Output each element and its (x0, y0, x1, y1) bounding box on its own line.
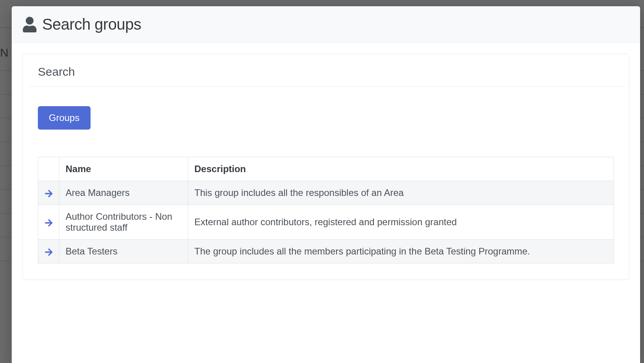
row-select-cell[interactable] (38, 240, 59, 263)
table-row: Author Contributors - Non structured sta… (38, 205, 614, 240)
modal-title: Search groups (42, 16, 141, 33)
tab-groups[interactable]: Groups (38, 106, 91, 130)
user-icon (23, 17, 37, 32)
groups-table-wrap: Name Description Area Managers (23, 130, 629, 263)
arrow-right-icon (44, 219, 53, 227)
search-groups-modal: Search groups Search Groups (12, 6, 640, 363)
row-name: Area Managers (59, 181, 188, 205)
table-header-name: Name (59, 157, 188, 181)
background-partial-text: N (0, 46, 8, 59)
row-name: Beta Testers (59, 240, 188, 263)
search-card: Search Groups Name Descri (23, 54, 629, 279)
row-description: This group includes all the responsibles… (188, 181, 614, 205)
table-header-description: Description (188, 157, 614, 181)
modal-header: Search groups (12, 6, 640, 43)
table-row: Beta Testers The group includes all the … (38, 240, 614, 263)
table-header-action (38, 157, 59, 181)
modal-body[interactable]: Search Groups Name Descri (12, 43, 640, 363)
row-select-cell[interactable] (38, 181, 59, 205)
row-select-cell[interactable] (38, 205, 59, 240)
arrow-right-icon (44, 248, 53, 256)
row-description: External author contributors, registered… (188, 205, 614, 240)
table-header-row: Name Description (38, 157, 614, 181)
table-row: Area Managers This group includes all th… (38, 181, 614, 205)
tab-bar: Groups (23, 87, 629, 130)
card-title: Search (23, 54, 629, 86)
row-name: Author Contributors - Non structured sta… (59, 205, 188, 240)
arrow-right-icon (44, 189, 53, 198)
groups-table: Name Description Area Managers (38, 157, 614, 263)
row-description: The group includes all the members parti… (188, 240, 614, 263)
